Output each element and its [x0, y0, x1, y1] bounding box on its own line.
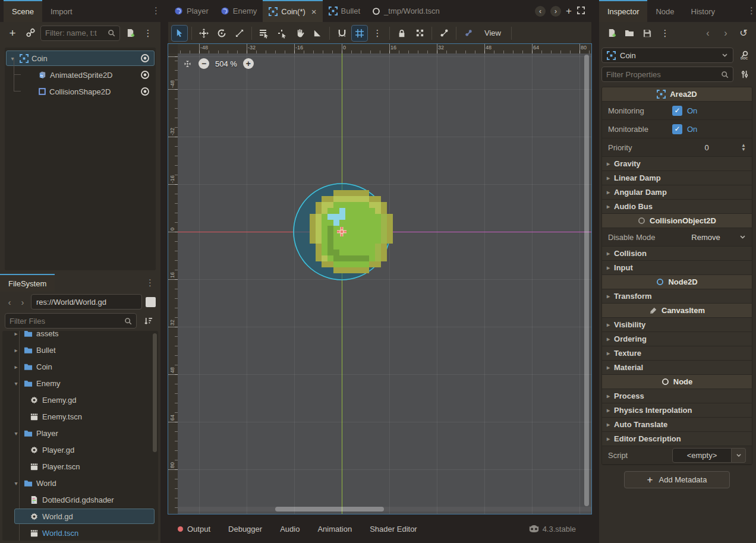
visibility-toggle-icon[interactable] — [140, 53, 150, 63]
file-row-enemy.tscn[interactable]: Enemy.tscn — [2, 408, 158, 425]
checkbox-checked-icon[interactable]: ✓ — [672, 124, 682, 134]
class-header-node2d[interactable]: Node2D — [602, 275, 752, 289]
expander-icon[interactable]: ▾ — [12, 480, 20, 487]
grid-snap-icon[interactable] — [352, 26, 367, 41]
smart-snap-icon[interactable] — [334, 26, 349, 41]
prev-scene-tab-icon[interactable]: ‹ — [535, 6, 546, 17]
bottom-tab-animation[interactable]: Animation — [317, 525, 352, 533]
scene-tree-node-coin[interactable]: ▾Coin — [5, 50, 156, 67]
expander-icon[interactable]: ▾ — [12, 380, 20, 387]
snap-options-menu-icon[interactable]: ⋮ — [370, 26, 385, 41]
scene-tree-node-animatedsprite2d[interactable]: AnimatedSprite2D — [5, 67, 156, 83]
chevron-down-icon[interactable] — [739, 233, 746, 242]
skeleton-bone-icon[interactable] — [436, 26, 452, 41]
filesystem-scrollbar[interactable] — [153, 333, 157, 452]
coin-sprite[interactable] — [310, 190, 393, 273]
file-row-player.tscn[interactable]: Player.tscn — [2, 458, 158, 475]
horizontal-scrollbar-thumb[interactable] — [275, 507, 384, 512]
section-ordering[interactable]: ▸Ordering — [602, 332, 752, 346]
rotate-tool-icon[interactable] — [214, 26, 229, 41]
script-resource-picker[interactable]: <empty> — [672, 448, 732, 463]
section-audio-bus[interactable]: ▸Audio Bus — [602, 200, 752, 214]
expander-icon[interactable]: ▾ — [12, 430, 20, 437]
new-resource-icon[interactable] — [604, 26, 619, 41]
file-row-bullet[interactable]: ▸Bullet — [2, 342, 158, 358]
scale-tool-icon[interactable] — [232, 26, 247, 41]
class-header-collisionobject2d[interactable]: CollisionObject2D — [602, 214, 752, 228]
scene-tree-node-collisionshape2d[interactable]: CollisionShape2D — [5, 83, 156, 100]
section-input[interactable]: ▸Input — [602, 261, 752, 275]
fs-current-path[interactable]: res://World/World.gd — [31, 294, 142, 310]
bottom-tab-audio[interactable]: Audio — [280, 525, 300, 533]
file-row-player[interactable]: ▾Player — [2, 425, 158, 441]
add-node-icon[interactable]: + — [5, 26, 20, 41]
class-header-canvasitem[interactable]: CanvasItem — [602, 304, 752, 318]
scene-tab-coin-[interactable]: Coin(*)× — [263, 0, 322, 22]
checkbox-state-label[interactable]: On — [687, 125, 697, 134]
script-dropdown-icon[interactable] — [732, 448, 746, 463]
file-row-world[interactable]: ▾World — [2, 475, 158, 491]
object-history-icon[interactable]: ↺ — [736, 26, 751, 41]
file-row-enemy[interactable]: ▾Enemy — [2, 375, 158, 392]
dock-tab-node[interactable]: Node — [647, 1, 682, 23]
section-visibility[interactable]: ▸Visibility — [602, 318, 752, 332]
inspector-dock-menu-icon[interactable]: ⋮ — [747, 5, 756, 16]
visibility-toggle-icon[interactable] — [140, 87, 150, 96]
section-material[interactable]: ▸Material — [602, 361, 752, 375]
scene-dock-menu-icon[interactable]: ⋮ — [152, 5, 160, 16]
2d-viewport[interactable]: -48-32-1601632486480 -48-32-160163248648… — [168, 44, 591, 514]
fs-filter-input[interactable]: Filter Files — [5, 313, 137, 329]
dock-tab-history[interactable]: History — [683, 1, 723, 23]
file-row-player.gd[interactable]: Player.gd — [2, 441, 158, 458]
dock-tab-inspector[interactable]: Inspector — [599, 0, 647, 22]
horizontal-scrollbar[interactable] — [178, 507, 591, 512]
visibility-toggle-icon[interactable] — [140, 70, 150, 80]
class-header-node[interactable]: Node — [602, 375, 752, 389]
scene-tab-bullet[interactable]: Bullet — [323, 0, 367, 22]
close-tab-icon[interactable]: × — [311, 7, 317, 17]
open-docs-icon[interactable]: DOC — [737, 48, 752, 63]
section-collision[interactable]: ▸Collision — [602, 247, 752, 261]
ruler-tool-icon[interactable] — [310, 26, 325, 41]
bottom-tab-output[interactable]: Output — [178, 525, 210, 533]
zoom-out-icon[interactable]: − — [199, 58, 209, 69]
load-resource-folder-icon[interactable] — [622, 26, 637, 41]
dropdown-value[interactable]: Remove — [672, 233, 739, 242]
section-editor-description[interactable]: ▸Editor Description — [602, 432, 752, 446]
file-row-world.gd[interactable]: World.gd — [2, 508, 158, 525]
lock-selected-icon[interactable] — [394, 26, 410, 41]
select-list-icon[interactable] — [256, 26, 272, 41]
section-angular-damp[interactable]: ▸Angular Damp — [602, 185, 752, 200]
attach-script-icon[interactable] — [122, 26, 138, 41]
history-forward-icon[interactable]: › — [718, 26, 733, 41]
fs-back-icon[interactable]: ‹ — [5, 297, 14, 307]
zoom-in-icon[interactable]: + — [243, 58, 254, 69]
dock-tab-scene[interactable]: Scene — [4, 0, 42, 22]
section-texture[interactable]: ▸Texture — [602, 346, 752, 361]
bottom-tab-debugger[interactable]: Debugger — [228, 525, 262, 533]
class-header-area2d[interactable]: Area2D — [602, 87, 752, 102]
file-row-world.tscn[interactable]: World.tscn — [2, 525, 158, 541]
section-auto-translate[interactable]: ▸Auto Translate — [602, 418, 752, 432]
inspector-tools-icon[interactable] — [737, 67, 752, 82]
spin-value[interactable]: 0 — [672, 143, 741, 152]
save-icon[interactable] — [640, 26, 655, 41]
vertical-scrollbar[interactable] — [584, 53, 589, 514]
add-metadata-button[interactable]: + Add Metadata — [624, 471, 730, 488]
select-tool-icon[interactable] — [172, 26, 187, 41]
file-row-coin[interactable]: ▸Coin — [2, 358, 158, 375]
center-view-icon[interactable] — [182, 59, 193, 69]
group-selected-icon[interactable] — [412, 26, 427, 41]
fs-sort-icon[interactable] — [140, 313, 156, 329]
scene-tab-player[interactable]: Player — [168, 0, 215, 22]
expander-icon[interactable]: ▸ — [12, 347, 20, 353]
new-scene-tab-icon[interactable]: + — [566, 5, 572, 17]
expand-viewport-icon[interactable] — [577, 6, 585, 17]
section-transform[interactable]: ▸Transform — [602, 289, 752, 304]
view-menu-button[interactable]: View — [478, 26, 507, 41]
section-physics-interpolation[interactable]: ▸Physics Interpolation — [602, 403, 752, 418]
checkbox-state-label[interactable]: On — [687, 106, 697, 115]
fs-forward-icon[interactable]: › — [18, 297, 27, 307]
expander-icon[interactable]: ▸ — [12, 364, 20, 370]
checkbox-checked-icon[interactable]: ✓ — [672, 106, 682, 116]
